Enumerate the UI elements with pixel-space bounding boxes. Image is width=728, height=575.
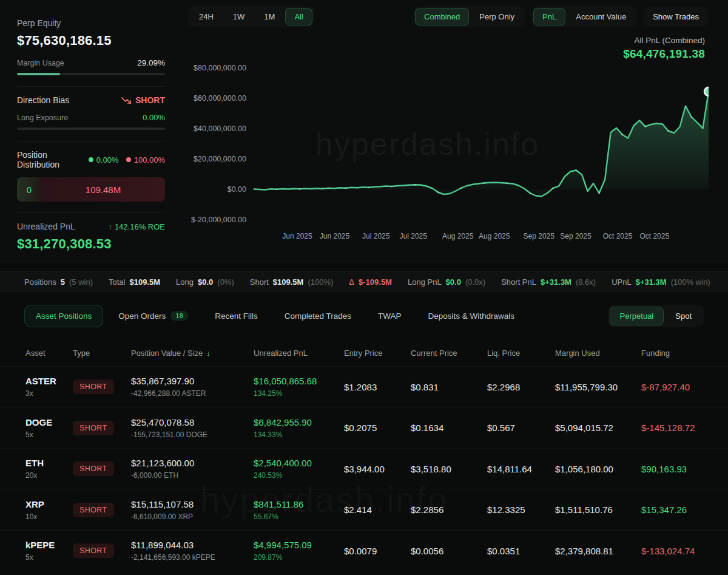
position-row-aster[interactable]: ASTER3xSHORT$35,867,397.90-42,966,288.00… bbox=[0, 366, 728, 407]
x-tick-label: Jul 2025 bbox=[362, 232, 389, 240]
stat-suffix: (5 win) bbox=[69, 277, 93, 287]
entry-price: $1.2083 bbox=[344, 382, 411, 392]
column-header-current-price[interactable]: Current Price bbox=[411, 349, 487, 358]
unrealized-pnl-percent: 209.87% bbox=[254, 553, 344, 562]
position-row-doge[interactable]: DOGE5xSHORT$25,470,078.58-155,723,151.00… bbox=[0, 407, 728, 449]
funding-value: $-145,128.72 bbox=[641, 423, 704, 433]
show-trades-button[interactable]: Show Trades bbox=[643, 7, 709, 27]
short-badge: SHORT bbox=[73, 461, 114, 476]
long-exposure-label: Long Exposure bbox=[17, 114, 68, 122]
column-header-label: Liq. Price bbox=[487, 349, 520, 358]
position-row-eth[interactable]: ETH20xSHORT$21,123,600.00-6,000.00 ETH$2… bbox=[0, 448, 728, 489]
stat-suffix: (8.6x) bbox=[576, 277, 596, 287]
unrealized-pnl-cell: $16,050,865.68134.25% bbox=[254, 376, 344, 398]
short-badge: SHORT bbox=[73, 421, 114, 435]
position-value: $35,867,397.90 bbox=[131, 376, 254, 386]
column-header-liq-price[interactable]: Liq. Price bbox=[487, 349, 555, 358]
metric-toggle-group: PnLAccount Value bbox=[531, 6, 637, 27]
column-header-label: Type bbox=[73, 349, 90, 358]
tab-asset-positions[interactable]: Asset Positions bbox=[24, 305, 103, 327]
range-button-1w[interactable]: 1W bbox=[224, 8, 254, 26]
tab-completed-trades[interactable]: Completed Trades bbox=[273, 305, 363, 327]
funding-value: $15,347.26 bbox=[641, 505, 704, 515]
column-header-unrealized-pnl[interactable]: Unrealized PnL bbox=[254, 349, 344, 358]
x-tick-label: Oct 2025 bbox=[639, 232, 669, 240]
column-header-asset[interactable]: Asset bbox=[25, 349, 73, 358]
asset-name: ETH bbox=[25, 458, 73, 468]
roe-value: ↑ 142.16% ROE bbox=[108, 222, 165, 231]
column-header-type[interactable]: Type bbox=[73, 349, 131, 358]
metric-button-pnl[interactable]: PnL bbox=[533, 8, 565, 26]
asset-name: XRP bbox=[25, 499, 73, 509]
market-button-perpetual[interactable]: Perpetual bbox=[610, 307, 664, 325]
y-tick-label: $60,000,000.00 bbox=[194, 94, 246, 103]
tab-label: Recent Fills bbox=[215, 311, 258, 321]
tab-label: Asset Positions bbox=[36, 311, 92, 321]
pnl-line-chart bbox=[254, 62, 709, 226]
sort-desc-icon: ↓ bbox=[206, 349, 211, 358]
range-button-24h[interactable]: 24H bbox=[190, 8, 223, 26]
entry-price: $0.2075 bbox=[344, 423, 411, 433]
current-price: $0.1634 bbox=[411, 423, 487, 433]
stat-positions: Positions5(5 win) bbox=[24, 277, 93, 287]
stat-label: Δ bbox=[349, 277, 354, 287]
column-header-entry-price[interactable]: Entry Price bbox=[344, 349, 411, 358]
short-badge: SHORT bbox=[73, 543, 114, 558]
column-header-label: Margin Used bbox=[555, 349, 600, 358]
perp-equity-value: $75,630,186.15 bbox=[17, 33, 165, 49]
position-size: -6,000.00 ETH bbox=[131, 471, 254, 480]
mode-button-combined[interactable]: Combined bbox=[415, 8, 469, 26]
tab-deposits-withdrawals[interactable]: Deposits & Withdrawals bbox=[416, 305, 526, 327]
pnl-chart[interactable]: hyperdash.info $80,000,000.00$60,000,000… bbox=[188, 62, 709, 226]
current-price: $3,518.80 bbox=[411, 464, 487, 474]
market-button-spot[interactable]: Spot bbox=[665, 307, 702, 325]
asset-leverage: 5x bbox=[25, 553, 73, 562]
asset-cell: DOGE5x bbox=[25, 417, 73, 439]
margin-used: $1,056,180.00 bbox=[555, 464, 641, 474]
long-exposure-value: 0.00% bbox=[143, 113, 165, 122]
tab-open-orders[interactable]: Open Orders18 bbox=[107, 304, 200, 327]
liq-price: $0.0351 bbox=[487, 546, 555, 556]
mode-button-perp-only[interactable]: Perp Only bbox=[470, 8, 524, 26]
liq-price: $2.2968 bbox=[487, 382, 555, 392]
distribution-bar: 0 109.48M bbox=[17, 177, 165, 202]
stat-label: Long bbox=[176, 277, 194, 287]
range-button-1m[interactable]: 1M bbox=[255, 8, 284, 26]
asset-cell: kPEPE5x bbox=[25, 540, 73, 562]
y-tick-label: $20,000,000.00 bbox=[194, 155, 246, 163]
asset-leverage: 3x bbox=[25, 389, 73, 398]
unrealized-pnl-percent: 240.53% bbox=[254, 471, 344, 480]
position-row-kpepe[interactable]: kPEPE5xSHORT$11,899,044.03-2,141,656,593… bbox=[0, 530, 728, 571]
tab-badge: 18 bbox=[170, 311, 188, 321]
distribution-long-segment: 0 bbox=[17, 177, 41, 202]
position-row-xrp[interactable]: XRP10xSHORT$15,115,107.58-6,610,009.00 X… bbox=[0, 489, 728, 531]
stat-value: $+31.3M bbox=[636, 277, 667, 287]
column-header-funding[interactable]: Funding bbox=[641, 349, 704, 358]
x-tick-label: Aug 2025 bbox=[442, 232, 473, 240]
all-pnl-summary: All PnL (Combined) $64,476,191.38 bbox=[188, 36, 705, 61]
column-header-label: Unrealized PnL bbox=[254, 349, 308, 358]
tab-label: Deposits & Withdrawals bbox=[428, 311, 514, 321]
stat-label: Long PnL bbox=[408, 277, 442, 287]
short-dot-icon bbox=[126, 157, 131, 162]
stat-suffix: (100%) bbox=[308, 277, 333, 287]
position-value-cell: $11,899,044.03-2,141,656,593.00 kPEPE bbox=[131, 540, 254, 562]
asset-cell: ASTER3x bbox=[25, 376, 73, 398]
x-tick-label: Oct 2025 bbox=[603, 232, 633, 240]
market-toggle-group: PerpetualSpot bbox=[608, 305, 704, 327]
type-cell: SHORT bbox=[73, 503, 131, 517]
short-badge: SHORT bbox=[73, 503, 114, 517]
tab-recent-fills[interactable]: Recent Fills bbox=[203, 305, 269, 327]
range-button-all[interactable]: All bbox=[285, 8, 312, 26]
entry-price: $2.414 bbox=[344, 505, 411, 515]
column-header-margin-used[interactable]: Margin Used bbox=[555, 349, 641, 358]
unrealized-pnl-percent: 134.33% bbox=[254, 430, 344, 439]
margin-used: $1,511,510.76 bbox=[555, 505, 641, 515]
stat-upnl: UPnL$+31.3M(100% win) bbox=[612, 277, 710, 287]
unrealized-pnl-cell: $841,511.8655.67% bbox=[254, 499, 344, 521]
margin-used: $11,955,799.30 bbox=[555, 382, 641, 392]
column-header-position-value-size[interactable]: Position Value / Size↓ bbox=[131, 349, 254, 358]
tab-twap[interactable]: TWAP bbox=[366, 305, 413, 327]
stat-suffix: (100% win) bbox=[671, 277, 710, 287]
metric-button-account-value[interactable]: Account Value bbox=[567, 8, 635, 26]
